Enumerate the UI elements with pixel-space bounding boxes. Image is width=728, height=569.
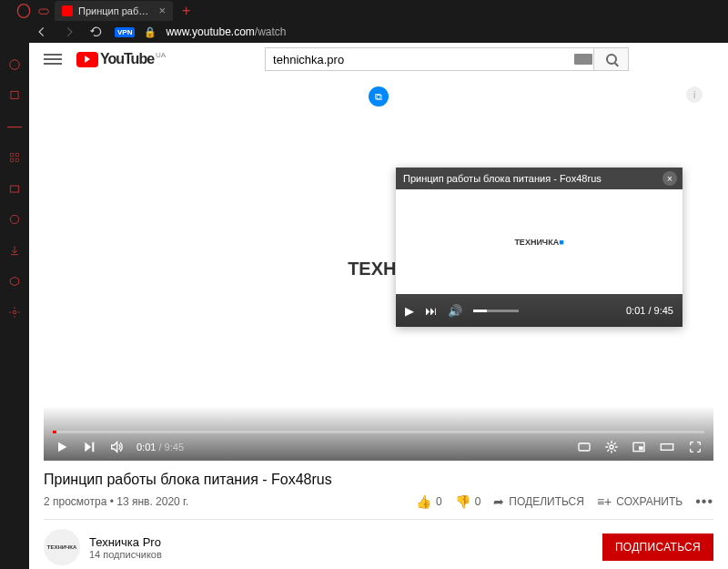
settings-button[interactable]	[604, 440, 619, 454]
search-icon	[606, 54, 617, 65]
share-button[interactable]: ➦ПОДЕЛИТЬСЯ	[493, 494, 584, 509]
keyboard-icon[interactable]	[574, 54, 592, 65]
svg-rect-3	[11, 91, 18, 98]
reload-button[interactable]	[87, 23, 106, 41]
svg-point-0	[17, 4, 29, 17]
save-button[interactable]: ≡+СОХРАНИТЬ	[597, 494, 682, 509]
forward-button[interactable]	[60, 23, 78, 41]
time-display: 0:01 / 9:45	[136, 442, 184, 452]
pip-next-button[interactable]: ⏭	[425, 304, 437, 318]
pip-play-button[interactable]: ▶	[405, 304, 414, 318]
vpn-badge[interactable]: VPN	[115, 27, 135, 37]
youtube-play-icon	[76, 52, 98, 67]
playlist-add-icon: ≡+	[597, 494, 612, 509]
share-overlay-icon[interactable]: ⧉	[369, 86, 389, 107]
pip-title: Принцип работы блока питания - Fox48rus	[396, 168, 682, 189]
more-actions-button[interactable]: •••	[695, 493, 713, 510]
sidebar-box-icon[interactable]	[7, 274, 22, 289]
url-text[interactable]: www.youtube.com/watch	[166, 25, 286, 38]
thumbs-down-icon: 👎	[455, 494, 470, 509]
svg-rect-7	[15, 158, 19, 162]
info-icon[interactable]: i	[686, 86, 703, 103]
next-button[interactable]	[82, 440, 96, 454]
lock-icon: 🔒	[144, 26, 157, 38]
sidebar-settings-icon[interactable]	[7, 305, 22, 320]
svg-point-2	[10, 60, 20, 70]
sidebar-dash-icon[interactable]: —	[7, 119, 22, 134]
channel-name[interactable]: Техничка Pro	[89, 535, 593, 549]
svg-rect-6	[10, 158, 14, 162]
browser-tab[interactable]: Принцип работы блока п ×	[55, 1, 173, 21]
sidebar-compass-icon[interactable]	[7, 57, 22, 72]
pip-player[interactable]: Принцип работы блока питания - Fox48rus …	[396, 168, 682, 327]
theater-button[interactable]	[659, 440, 675, 454]
svg-rect-8	[10, 186, 18, 192]
opera-sidebar: —	[0, 21, 29, 569]
svg-point-10	[13, 310, 16, 314]
video-title: Принцип работы блока питания - Fox48rus	[44, 472, 713, 488]
sidebar-clock-icon[interactable]	[7, 212, 22, 227]
svg-rect-4	[10, 153, 14, 157]
svg-rect-11	[579, 443, 590, 451]
youtube-favicon	[62, 5, 73, 16]
thumbs-up-icon: 👍	[416, 494, 431, 509]
svg-rect-1	[39, 9, 49, 14]
svg-rect-5	[15, 153, 19, 157]
captions-button[interactable]	[577, 440, 592, 454]
sidebar-grid-icon[interactable]	[7, 150, 22, 165]
search-button[interactable]	[594, 47, 629, 71]
opera-logo-icon	[16, 4, 31, 18]
hamburger-menu-button[interactable]	[44, 50, 62, 68]
sidebar-twitch-icon[interactable]	[7, 88, 22, 103]
back-button[interactable]	[33, 23, 51, 41]
pip-volume-button[interactable]: 🔊	[448, 304, 462, 318]
subscribe-button[interactable]: ПОДПИСАТЬСЯ	[602, 533, 713, 561]
play-button[interactable]	[55, 440, 69, 454]
tab-title: Принцип работы блока п	[78, 5, 153, 16]
subscriber-count: 14 подписчиков	[89, 549, 593, 560]
pip-time-display: 0:01 / 9:45	[626, 305, 673, 316]
sidebar-download-icon[interactable]	[7, 243, 22, 258]
svg-point-9	[10, 215, 18, 223]
channel-avatar[interactable]: ТЕХНИЧКА	[44, 529, 80, 565]
fullscreen-button[interactable]	[688, 440, 703, 454]
search-input[interactable]	[265, 47, 594, 71]
miniplayer-button[interactable]	[632, 440, 646, 454]
new-tab-button[interactable]: +	[182, 3, 190, 19]
svg-rect-14	[639, 446, 643, 450]
sidebar-camera-icon[interactable]	[7, 181, 22, 196]
dislike-button[interactable]: 👎0	[455, 494, 481, 509]
youtube-logo[interactable]: YouTube UA	[76, 51, 166, 67]
pip-content: ТЕХНИЧКА■	[396, 189, 682, 294]
close-icon[interactable]: ×	[158, 4, 166, 17]
svg-point-12	[610, 445, 613, 449]
like-button[interactable]: 👍0	[416, 494, 442, 509]
svg-rect-15	[661, 444, 672, 451]
view-count: 2 просмотра • 13 янв. 2020 г.	[44, 495, 188, 508]
pip-close-button[interactable]: ×	[662, 171, 677, 186]
volume-button[interactable]	[109, 440, 124, 454]
pip-volume-slider[interactable]	[473, 310, 519, 312]
share-icon: ➦	[493, 494, 504, 509]
gamepad-icon	[36, 4, 51, 18]
